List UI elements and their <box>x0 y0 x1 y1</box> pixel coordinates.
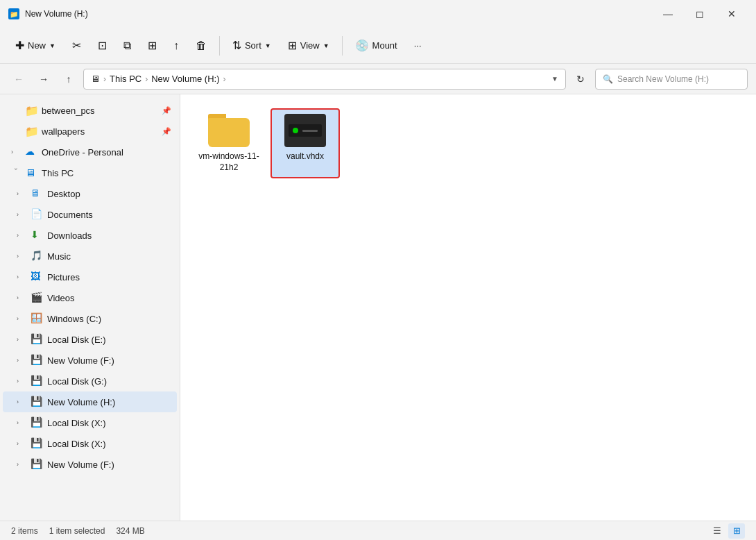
more-button[interactable]: ··· <box>407 36 429 55</box>
toolbar-separator <box>219 36 220 56</box>
mount-button[interactable]: 💿 Mount <box>348 35 404 56</box>
address-sep-2: › <box>145 74 148 84</box>
sidebar-label-newvol-f: New Volume (F:) <box>47 355 171 366</box>
folder-icon: 📁 <box>25 104 37 117</box>
close-button[interactable]: ✕ <box>716 3 748 25</box>
rename-button[interactable]: ⊞ <box>141 35 164 56</box>
view-button[interactable]: ⊞ View ▼ <box>281 35 336 56</box>
address-sep-1: › <box>103 74 106 84</box>
pin-icon: 📌 <box>162 127 171 136</box>
delete-button[interactable]: 🗑 <box>189 35 214 56</box>
sidebar-item-local-x2[interactable]: › 💾 Local Disk (X:) <box>3 433 177 454</box>
sidebar-item-downloads[interactable]: › ⬇ Downloads <box>3 225 177 246</box>
sidebar-item-newvol-h[interactable]: › 💾 New Volume (H:) <box>3 391 177 412</box>
address-sep-3: › <box>223 74 225 84</box>
more-icon: ··· <box>414 40 422 51</box>
folder-icon: 📁 <box>25 125 37 137</box>
expand-arrow: › <box>17 398 26 405</box>
refresh-button[interactable]: ↻ <box>570 69 591 90</box>
search-box[interactable]: 🔍 Search New Volume (H:) <box>595 69 748 90</box>
copy-button[interactable]: ⊡ <box>91 35 114 56</box>
drive-x2-icon: 💾 <box>31 437 43 450</box>
sidebar-label-documents: Documents <box>47 210 171 220</box>
sidebar-item-documents[interactable]: › 📄 Documents <box>3 204 177 225</box>
cut-button[interactable]: ✂ <box>65 35 88 56</box>
documents-icon: 📄 <box>31 208 43 221</box>
expand-arrow: › <box>17 336 26 343</box>
sort-arrow: ▼ <box>265 42 271 49</box>
expand-arrow: › <box>11 149 21 155</box>
sidebar-label-windows-c: Windows (C:) <box>47 314 171 324</box>
file-size: 324 MB <box>116 526 144 536</box>
sidebar-item-pictures[interactable]: › 🖼 Pictures <box>3 267 177 287</box>
pin-icon: 📌 <box>162 106 171 115</box>
sidebar-item-local-g[interactable]: › 💾 Local Disk (G:) <box>3 371 177 391</box>
new-button[interactable]: ✚ New ▼ <box>8 35 62 56</box>
list-view-button[interactable]: ☰ <box>709 523 725 539</box>
statusbar-info: 2 items 1 item selected 324 MB <box>11 526 145 536</box>
drive-f2-icon: 💾 <box>31 458 43 471</box>
address-bar[interactable]: 🖥 › This PC › New Volume (H:) › ▼ <box>83 69 566 90</box>
grid-view-button[interactable]: ⊞ <box>728 523 745 539</box>
pc-icon: 🖥 <box>25 167 37 179</box>
sidebar-item-onedrive[interactable]: › ☁ OneDrive - Personal <box>3 142 177 162</box>
sidebar-item-music[interactable]: › 🎵 Music <box>3 246 177 267</box>
sidebar-item-wallpapers[interactable]: 📁 wallpapers 📌 <box>3 121 177 142</box>
vhdx-drive-inner <box>289 124 322 137</box>
back-button[interactable]: ← <box>8 69 29 90</box>
sidebar-item-newvol-f[interactable]: › 💾 New Volume (F:) <box>3 350 177 371</box>
view-label: View <box>300 40 320 51</box>
sort-button[interactable]: ⇅ Sort ▼ <box>225 35 278 56</box>
expand-arrow: › <box>17 419 26 426</box>
sidebar-item-newvol-f2[interactable]: › 💾 New Volume (F:) <box>3 454 177 475</box>
sidebar-label-local-x2: Local Disk (X:) <box>47 439 171 449</box>
rename-icon: ⊞ <box>148 39 157 52</box>
sidebar: 📁 between_pcs 📌 📁 wallpapers 📌 › ☁ OneDr… <box>0 94 180 521</box>
cut-icon: ✂ <box>72 39 81 52</box>
forward-button[interactable]: → <box>33 69 54 90</box>
toolbar: ✚ New ▼ ✂ ⊡ ⧉ ⊞ ↑ 🗑 ⇅ Sort ▼ ⊞ View ▼ 💿 … <box>0 28 756 64</box>
address-crumb-volume: New Volume (H:) <box>151 74 219 84</box>
sidebar-label-videos: Videos <box>47 293 171 303</box>
titlebar-left: 📁 New Volume (H:) <box>8 8 88 19</box>
main-layout: 📁 between_pcs 📌 📁 wallpapers 📌 › ☁ OneDr… <box>0 94 756 521</box>
app-icon: 📁 <box>8 8 19 19</box>
view-mode-buttons: ☰ ⊞ <box>709 523 745 539</box>
desktop-icon: 🖥 <box>31 187 43 200</box>
addressbar: ← → ↑ 🖥 › This PC › New Volume (H:) › ▼ … <box>0 64 756 94</box>
sidebar-label-between-pcs: between_pcs <box>42 106 157 116</box>
minimize-button[interactable]: — <box>652 3 684 25</box>
up-button[interactable]: ↑ <box>58 69 79 90</box>
sidebar-item-local-x1[interactable]: › 💾 Local Disk (X:) <box>3 412 177 433</box>
search-icon: 🔍 <box>603 74 613 84</box>
sidebar-item-local-e[interactable]: › 💾 Local Disk (E:) <box>3 329 177 350</box>
sidebar-item-windows-c[interactable]: › 🪟 Windows (C:) <box>3 308 177 329</box>
drive-g-icon: 💾 <box>31 375 43 387</box>
sidebar-label-newvol-h: New Volume (H:) <box>47 397 171 407</box>
sidebar-item-videos[interactable]: › 🎬 Videos <box>3 287 177 308</box>
new-icon: ✚ <box>15 39 24 52</box>
sidebar-item-between-pcs[interactable]: 📁 between_pcs 📌 <box>3 100 177 121</box>
drive-e-icon: 💾 <box>31 333 43 346</box>
item-count: 2 items <box>11 526 38 536</box>
file-item-folder[interactable]: vm-windows-11-21h2 <box>194 108 264 178</box>
new-label: New <box>28 40 46 51</box>
sidebar-label-pictures: Pictures <box>47 272 171 282</box>
folder-icon-large <box>208 114 250 147</box>
maximize-button[interactable]: ◻ <box>684 3 716 25</box>
file-item-vhdx[interactable]: vault.vhdx <box>270 108 340 178</box>
sidebar-item-desktop[interactable]: › 🖥 Desktop <box>3 183 177 204</box>
sidebar-label-desktop: Desktop <box>47 189 171 199</box>
paste-button[interactable]: ⧉ <box>117 35 138 56</box>
share-button[interactable]: ↑ <box>166 35 186 56</box>
vhdx-icon <box>284 114 326 147</box>
sort-icon: ⇅ <box>232 39 241 52</box>
mount-icon: 💿 <box>355 39 369 52</box>
copy-icon: ⊡ <box>98 39 107 52</box>
address-dropdown-arrow[interactable]: ▼ <box>551 75 558 83</box>
sidebar-item-thispc[interactable]: › 🖥 This PC <box>3 162 177 183</box>
delete-icon: 🗑 <box>196 40 207 52</box>
selected-count: 1 item selected <box>49 526 105 536</box>
address-crumb-thispc: This PC <box>110 74 141 84</box>
sort-label: Sort <box>245 40 261 51</box>
